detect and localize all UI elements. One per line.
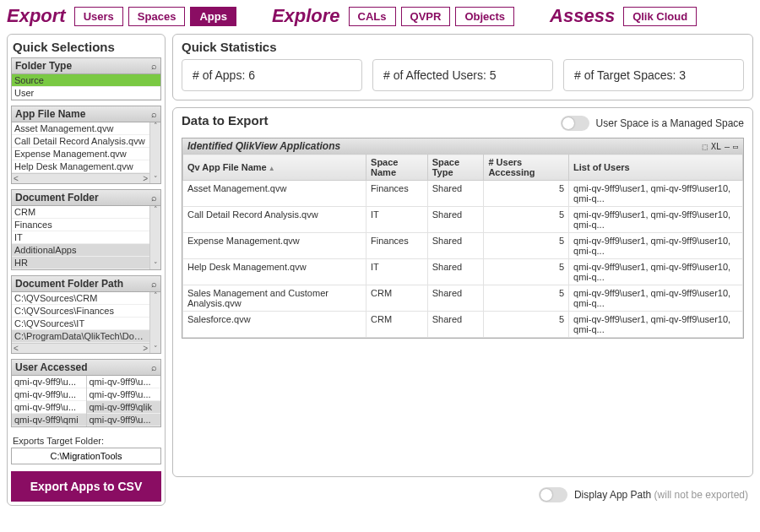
table-row[interactable]: Salesforce.qvwCRMShared5qmi-qv-9ff9\user…: [183, 312, 743, 338]
data-to-export-panel: Data to Export User Space is a Managed S…: [172, 107, 753, 477]
quick-statistics-panel: Quick Statistics # of Apps: 6 # of Affec…: [172, 34, 753, 100]
list-item[interactable]: Asset Management.qvw: [12, 122, 149, 135]
scroll-up-icon[interactable]: ˄: [154, 206, 158, 214]
table-row[interactable]: Call Detail Record Analysis.qvwITShared5…: [183, 207, 743, 233]
list-item[interactable]: Finances: [12, 219, 149, 231]
tab-qlik-cloud[interactable]: Qlik Cloud: [623, 7, 697, 26]
quick-selections-sidebar: Quick Selections Folder Type⌕ Source Use…: [7, 34, 166, 506]
tab-spaces[interactable]: Spaces: [128, 7, 186, 26]
maximize-icon[interactable]: ▭: [733, 142, 738, 151]
scroll-left-icon[interactable]: <: [14, 174, 19, 183]
explore-label: Explore: [272, 5, 340, 27]
tab-apps[interactable]: Apps: [190, 7, 236, 26]
list-item[interactable]: User: [12, 87, 160, 100]
search-icon[interactable]: ⌕: [151, 61, 157, 71]
list-item[interactable]: Source: [12, 74, 160, 87]
vertical-scrollbar[interactable]: ˄˅: [149, 292, 160, 353]
list-item[interactable]: C:\QVSources\IT: [12, 318, 149, 330]
folder-type-title: Folder Type: [15, 60, 72, 72]
col-list-users[interactable]: List of Users: [569, 155, 743, 181]
list-item[interactable]: qmi-qv-9ff9\qmi: [12, 414, 86, 426]
list-item[interactable]: qmi-qv-9ff9\u...: [87, 376, 161, 388]
document-folder-path-listbox: Document Folder Path⌕ C:\QVSources\CRM C…: [11, 275, 161, 354]
list-item[interactable]: Help Desk Management.qvw: [12, 160, 149, 173]
vertical-scrollbar[interactable]: ˄˅: [149, 206, 160, 269]
display-app-path-toggle[interactable]: [539, 487, 567, 502]
data-title: Data to Export: [182, 113, 269, 128]
target-folder-input[interactable]: [11, 448, 161, 464]
document-folder-path-title: Document Folder Path: [15, 278, 123, 290]
scroll-right-icon[interactable]: >: [143, 174, 148, 183]
col-space-name[interactable]: Space Name: [366, 155, 428, 181]
applications-table: Identified QlikView Applications ⬚ XL — …: [182, 138, 744, 339]
scroll-up-icon[interactable]: ˄: [154, 292, 158, 300]
list-item[interactable]: qmi-qv-9ff9\u...: [12, 401, 86, 414]
scroll-up-icon[interactable]: ˄: [154, 122, 158, 130]
managed-space-label: User Space is a Managed Space: [596, 117, 744, 129]
managed-space-toggle[interactable]: [561, 116, 589, 131]
minimize-icon[interactable]: —: [725, 142, 730, 151]
list-item[interactable]: Call Detail Record Analysis.qvw: [12, 135, 149, 148]
table-row[interactable]: Sales Management and Customer Analysis.q…: [183, 285, 743, 312]
search-icon[interactable]: ⌕: [151, 362, 157, 372]
list-item[interactable]: qmi-qv-9ff9\u...: [87, 414, 161, 426]
assess-label: Assess: [550, 5, 615, 27]
app-file-name-listbox: App File Name⌕ Asset Management.qvw Call…: [11, 106, 161, 184]
tab-qvpr[interactable]: QVPR: [401, 7, 451, 26]
tab-users[interactable]: Users: [74, 7, 123, 26]
scroll-down-icon[interactable]: ˅: [154, 345, 158, 353]
list-item[interactable]: AdditionalApps: [12, 244, 149, 257]
list-item[interactable]: HR: [12, 257, 149, 269]
table-row[interactable]: Help Desk Management.qvwITShared5qmi-qv-…: [183, 259, 743, 285]
top-nav: Export Users Spaces Apps Explore CALs QV…: [0, 0, 760, 34]
tab-objects[interactable]: Objects: [455, 7, 514, 26]
target-folder-label: Exports Target Folder:: [11, 432, 161, 448]
table-row[interactable]: Asset Management.qvwFinancesShared5qmi-q…: [183, 181, 743, 207]
list-item[interactable]: IT: [12, 231, 149, 244]
scroll-left-icon[interactable]: <: [14, 344, 19, 353]
display-app-path-row: Display App Path (will not be exported): [172, 484, 753, 506]
display-app-path-label: Display App Path: [574, 489, 651, 501]
sort-asc-icon: ▲: [269, 165, 275, 172]
export-xl-icon[interactable]: XL: [711, 142, 721, 151]
list-item[interactable]: qmi-qv-9ff9\u...: [87, 388, 161, 401]
scroll-down-icon[interactable]: ˅: [154, 262, 158, 269]
list-item[interactable]: C:\ProgramData\QlikTech\Docum...: [12, 330, 149, 343]
vertical-scrollbar[interactable]: ˄˅: [149, 122, 160, 183]
search-icon[interactable]: ⌕: [151, 279, 157, 289]
export-apps-button[interactable]: Export Apps to CSV: [11, 471, 161, 502]
document-folder-listbox: Document Folder⌕ CRM Finances IT Additio…: [11, 189, 161, 270]
list-item[interactable]: qmi-qv-9ff9\qlik: [87, 401, 161, 414]
list-item[interactable]: qmi-qv-9ff9\u...: [12, 376, 86, 388]
folder-type-listbox: Folder Type⌕ Source User: [11, 57, 161, 100]
col-users-accessing[interactable]: # Users Accessing: [484, 155, 569, 181]
search-icon[interactable]: ⌕: [151, 193, 157, 203]
col-app-name[interactable]: Qv App File Name▲: [183, 155, 366, 181]
search-icon[interactable]: ⌕: [151, 109, 157, 119]
sidebar-title: Quick Selections: [11, 38, 161, 57]
list-item[interactable]: CRM: [12, 206, 149, 219]
list-item[interactable]: qmi-qv-9ff9\u...: [12, 388, 86, 401]
table-row[interactable]: Expense Management.qvwFinancesShared5qmi…: [183, 233, 743, 259]
stat-users: # of Affected Users: 5: [372, 59, 553, 91]
export-label: Export: [7, 5, 66, 27]
app-file-name-title: App File Name: [15, 108, 85, 120]
document-folder-title: Document Folder: [15, 192, 99, 204]
user-accessed-title: User Accessed: [15, 361, 88, 373]
list-item[interactable]: C:\QVSources\Finances: [12, 305, 149, 318]
list-item[interactable]: Expense Management.qvw: [12, 148, 149, 160]
display-app-path-hint: (will not be exported): [654, 489, 748, 501]
stats-title: Quick Statistics: [182, 40, 744, 54]
tab-cals[interactable]: CALs: [349, 7, 396, 26]
detach-icon[interactable]: ⬚: [703, 142, 708, 151]
stat-spaces: # of Target Spaces: 3: [563, 59, 744, 91]
table-title-text: Identified QlikView Applications: [187, 140, 340, 152]
scroll-down-icon[interactable]: ˅: [154, 176, 158, 183]
scroll-right-icon[interactable]: >: [143, 344, 148, 353]
stat-apps: # of Apps: 6: [182, 59, 362, 91]
list-item[interactable]: C:\QVSources\CRM: [12, 292, 149, 305]
user-accessed-listbox: User Accessed⌕ qmi-qv-9ff9\u... qmi-qv-9…: [11, 359, 161, 427]
col-space-type[interactable]: Space Type: [427, 155, 484, 181]
